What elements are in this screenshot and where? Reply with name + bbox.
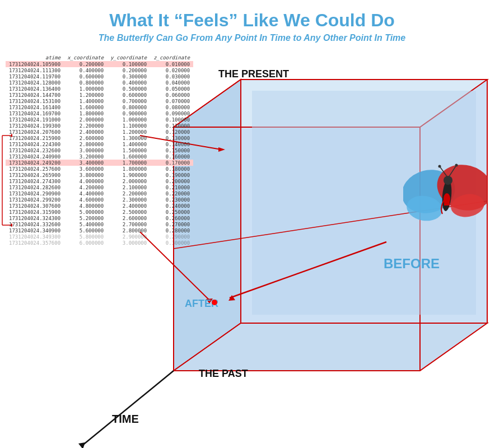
table-row: 1731204024.3076004.8000002.4000000.24000… <box>6 203 193 209</box>
cell-atime-27: 1731204024.340900 <box>6 227 64 234</box>
cell-z-5: 0.060000 <box>150 92 193 98</box>
table-row: 1731204024.2243002.8000001.4000000.14000… <box>6 141 193 147</box>
col-header-y: y_coordinate <box>107 54 150 61</box>
table-row: 1731204024.1993002.2000001.1000000.11000… <box>6 123 193 129</box>
cell-y-0: 0.100000 <box>107 61 150 67</box>
svg-marker-4 <box>11 223 12 227</box>
label-before: BEFORE <box>384 256 440 272</box>
cell-z-16: 0.170000 <box>150 160 193 166</box>
cell-y-18: 1.900000 <box>107 172 150 178</box>
cell-atime-8: 1731204024.169700 <box>6 110 64 116</box>
cell-y-26: 2.700000 <box>107 221 150 227</box>
cell-x-3: 0.800000 <box>64 80 107 86</box>
cell-y-13: 1.400000 <box>107 141 150 147</box>
cell-atime-11: 1731204024.207600 <box>6 129 64 135</box>
cell-atime-19: 1731204024.274300 <box>6 178 64 184</box>
cell-x-13: 2.800000 <box>64 141 107 147</box>
cell-x-15: 3.200000 <box>64 153 107 160</box>
table-row: 1731204024.1697001.8000000.9000000.09000… <box>6 110 193 116</box>
cell-x-29: 6.000000 <box>64 240 107 246</box>
cell-y-11: 1.200000 <box>107 129 150 135</box>
svg-marker-22 <box>78 442 85 448</box>
cell-x-22: 4.600000 <box>64 197 107 203</box>
cell-atime-14: 1731204024.232600 <box>6 147 64 153</box>
cell-atime-15: 1731204024.240900 <box>6 153 64 160</box>
cell-y-2: 0.300000 <box>107 73 150 80</box>
cell-atime-22: 1731204024.299200 <box>6 197 64 203</box>
cell-y-17: 1.800000 <box>107 166 150 172</box>
cell-x-21: 4.400000 <box>64 190 107 197</box>
table-row: 1731204024.1113000.4000000.2000000.02000… <box>6 67 193 73</box>
cell-z-26: 0.270000 <box>150 221 193 227</box>
table-row: 1731204024.2992004.6000002.3000000.23000… <box>6 197 193 203</box>
cell-y-7: 0.800000 <box>107 104 150 110</box>
svg-point-33 <box>438 165 441 168</box>
cell-x-17: 3.600000 <box>64 166 107 172</box>
cell-atime-3: 1731204024.128000 <box>6 80 64 86</box>
cell-z-15: 0.160000 <box>150 153 193 160</box>
title-section: What It “Feels” Like We Could Do The But… <box>0 0 504 43</box>
cell-x-25: 5.200000 <box>64 215 107 221</box>
cell-atime-13: 1731204024.224300 <box>6 141 64 147</box>
cell-z-1: 0.020000 <box>150 67 193 73</box>
cell-atime-26: 1731204024.332600 <box>6 221 64 227</box>
cell-atime-20: 1731204024.282600 <box>6 184 64 190</box>
main-title: What It “Feels” Like We Could Do <box>0 10 504 31</box>
red-dot <box>212 300 217 305</box>
cell-z-17: 0.180000 <box>150 166 193 172</box>
cell-y-27: 2.800000 <box>107 227 150 234</box>
cell-y-29: 3.000000 <box>107 240 150 246</box>
cell-y-16: 1.700000 <box>107 160 150 166</box>
cell-z-9: 0.100000 <box>150 116 193 123</box>
left-arrows-svg <box>1 130 12 231</box>
cell-atime-12: 1731204024.215900 <box>6 135 64 141</box>
svg-marker-2 <box>11 134 12 137</box>
cell-y-24: 2.500000 <box>107 209 150 215</box>
cell-x-7: 1.600000 <box>64 104 107 110</box>
cell-x-11: 2.400000 <box>64 129 107 135</box>
table-row: 1731204024.2076002.4000001.2000000.12000… <box>6 129 193 135</box>
label-present: THE PRESENT <box>218 68 289 80</box>
table-row: 1731204024.1910002.0000001.0000000.10000… <box>6 116 193 123</box>
cell-atime-2: 1731204024.119700 <box>6 73 64 80</box>
table-row: 1731204024.3409005.6000002.8000000.28000… <box>6 227 193 234</box>
svg-point-35 <box>455 164 458 167</box>
cell-z-28: 0.290000 <box>150 234 193 240</box>
cell-y-3: 0.400000 <box>107 80 150 86</box>
cell-atime-16: 1731204024.249200 <box>6 160 64 166</box>
cell-z-18: 0.190000 <box>150 172 193 178</box>
cell-y-19: 2.000000 <box>107 178 150 184</box>
cell-atime-18: 1731204024.265900 <box>6 172 64 178</box>
table-row: 1731204024.2826004.2000002.1000000.21000… <box>6 184 193 190</box>
cell-atime-24: 1731204024.315900 <box>6 209 64 215</box>
table-row: 1731204024.1364001.0000000.5000000.05000… <box>6 86 193 92</box>
cell-x-6: 1.400000 <box>64 98 107 104</box>
subtitle: The Butterfly Can Go From Any Point In T… <box>0 33 504 43</box>
cell-x-0: 0.200000 <box>64 61 107 67</box>
butterfly-container <box>403 155 487 234</box>
table-row: 1731204024.2743004.0000002.0000000.20000… <box>6 178 193 184</box>
table-row: 1731204024.2576003.6000001.8000000.18000… <box>6 166 193 172</box>
cell-y-20: 2.100000 <box>107 184 150 190</box>
table-row: 1731204024.3493005.8000002.9000000.29000… <box>6 234 193 240</box>
svg-point-31 <box>444 176 452 185</box>
cell-y-4: 0.500000 <box>107 86 150 92</box>
cell-x-27: 5.600000 <box>64 227 107 234</box>
cell-x-1: 0.400000 <box>64 67 107 73</box>
cell-x-19: 4.000000 <box>64 178 107 184</box>
table-row: 1731204024.1531001.4000000.7000000.07000… <box>6 98 193 104</box>
cell-atime-7: 1731204024.161400 <box>6 104 64 110</box>
cell-atime-21: 1731204024.290900 <box>6 190 64 197</box>
cell-x-8: 1.800000 <box>64 110 107 116</box>
cell-x-14: 3.000000 <box>64 147 107 153</box>
table-row: 1731204024.3159005.0000002.5000000.25000… <box>6 209 193 215</box>
cell-z-29: 0.300000 <box>150 240 193 246</box>
cell-atime-6: 1731204024.153100 <box>6 98 64 104</box>
cell-y-9: 1.000000 <box>107 116 150 123</box>
table-row: 1731204024.2492003.4000001.7000000.17000… <box>6 160 193 166</box>
table-row: 1731204024.3576006.0000003.0000000.30000… <box>6 240 193 246</box>
table-row: 1731204024.2159002.6000001.3000000.13000… <box>6 135 193 141</box>
cell-x-26: 5.400000 <box>64 221 107 227</box>
cell-atime-4: 1731204024.136400 <box>6 86 64 92</box>
col-header-atime: atime <box>6 54 64 61</box>
